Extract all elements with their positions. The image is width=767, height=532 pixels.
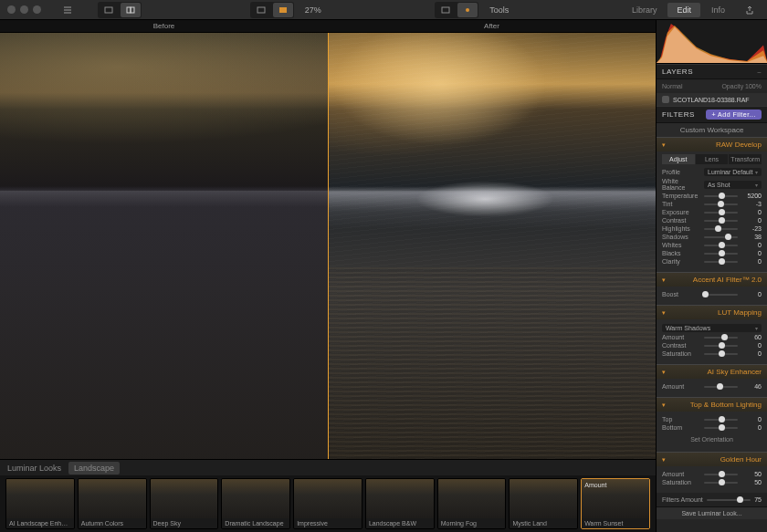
slider-amount[interactable] bbox=[704, 335, 738, 340]
mode-tabs: Library Edit Info bbox=[623, 3, 734, 17]
set-orientation-button[interactable]: Set Orientation bbox=[662, 433, 762, 446]
filter-sky-header[interactable]: AI Sky Enhancer bbox=[657, 364, 767, 379]
slider-contrast[interactable] bbox=[704, 218, 738, 224]
looks-title: Luminar Looks bbox=[7, 464, 61, 473]
slider-saturation[interactable] bbox=[704, 480, 738, 485]
main-area: Before After Luminar Looks Landscape AI … bbox=[0, 20, 767, 532]
blend-mode-dropdown[interactable]: Normal bbox=[662, 83, 683, 89]
viewer-column: Before After Luminar Looks Landscape AI … bbox=[0, 20, 656, 532]
slider-boost[interactable] bbox=[704, 292, 738, 297]
slider-contrast[interactable] bbox=[704, 343, 738, 349]
filter-sky-body: Amount46 bbox=[657, 379, 767, 397]
slider-amount[interactable] bbox=[704, 472, 738, 477]
slider-highlights[interactable] bbox=[704, 226, 738, 232]
compare-header: Before After bbox=[0, 20, 656, 33]
tab-library[interactable]: Library bbox=[623, 3, 667, 17]
look-thumb[interactable]: Mystic Land bbox=[509, 478, 578, 529]
slider-exposure[interactable] bbox=[704, 210, 738, 215]
filter-topbottom-header[interactable]: Top & Bottom Lighting bbox=[657, 397, 767, 412]
save-look-button[interactable]: Save Luminar Look... bbox=[657, 506, 767, 519]
filter-accent-header[interactable]: Accent AI Filter™ 2.0 bbox=[657, 272, 767, 287]
slider-top[interactable] bbox=[704, 417, 738, 422]
compare-view-icon[interactable] bbox=[121, 3, 141, 17]
filters-header[interactable]: FILTERS + Add Filter... bbox=[657, 106, 767, 123]
before-label: Before bbox=[0, 20, 328, 32]
add-filter-button[interactable]: + Add Filter... bbox=[706, 110, 762, 120]
compare-b-icon[interactable] bbox=[273, 3, 293, 17]
layers-header[interactable]: LAYERS – bbox=[657, 64, 767, 79]
filter-lut-body: Warm Shadows Amount60Contrast0Saturation… bbox=[657, 319, 767, 364]
slider-saturation[interactable] bbox=[704, 351, 738, 357]
look-thumb[interactable]: Impressive bbox=[293, 478, 362, 529]
svg-rect-5 bbox=[442, 7, 449, 13]
sun-icon[interactable] bbox=[457, 3, 478, 17]
filters-amount-slider[interactable] bbox=[707, 497, 751, 503]
compare-a-icon[interactable] bbox=[251, 3, 271, 17]
share-icon[interactable] bbox=[740, 3, 760, 17]
look-thumb[interactable]: Deep Sky bbox=[150, 478, 219, 529]
compare-divider[interactable] bbox=[328, 33, 329, 459]
after-image bbox=[328, 33, 656, 459]
filter-lut-header[interactable]: LUT Mapping bbox=[657, 305, 767, 319]
filter-raw-develop-body: Adjust Lens Transform ProfileLuminar Def… bbox=[657, 151, 767, 272]
svg-rect-2 bbox=[131, 7, 134, 13]
tools-dropdown[interactable]: Tools bbox=[484, 5, 514, 15]
look-thumb[interactable]: AI Landscape Enhancer bbox=[5, 478, 75, 529]
looks-strip: AI Landscape EnhancerAutumn ColorsDeep S… bbox=[0, 475, 656, 532]
slider-tint[interactable] bbox=[704, 202, 738, 207]
look-thumb[interactable]: Autumn Colors bbox=[78, 478, 147, 529]
svg-point-6 bbox=[466, 8, 469, 12]
slider-blacks[interactable] bbox=[704, 251, 738, 256]
filter-raw-develop-header[interactable]: RAW Develop bbox=[657, 137, 767, 151]
profile-dropdown[interactable]: Luminar Default bbox=[704, 168, 762, 176]
svg-rect-4 bbox=[279, 7, 287, 13]
top-toolbar: 27% Tools Library Edit Info bbox=[0, 0, 767, 20]
wb-dropdown[interactable]: As Shot bbox=[704, 181, 762, 189]
slider-temperature[interactable] bbox=[704, 193, 738, 199]
slider-whites[interactable] bbox=[704, 243, 738, 248]
layer-item[interactable]: SCOTLAND18-03388.RAF bbox=[657, 93, 767, 106]
slider-clarity[interactable] bbox=[704, 259, 738, 265]
filter-accent-body: Boost0 bbox=[657, 287, 767, 305]
svg-rect-1 bbox=[127, 7, 131, 13]
slider-shadows[interactable] bbox=[704, 235, 738, 240]
slider-bottom[interactable] bbox=[704, 425, 738, 431]
after-label: After bbox=[328, 20, 656, 32]
window-controls[interactable] bbox=[7, 5, 41, 14]
zoom-value[interactable]: 27% bbox=[299, 5, 327, 15]
filter-topbottom-body: Top0Bottom0 Set Orientation bbox=[657, 412, 767, 452]
image-canvas[interactable] bbox=[0, 33, 656, 459]
filter-golden-body: Amount50Saturation50 bbox=[657, 466, 767, 493]
view-mode-group bbox=[98, 2, 142, 18]
grid-icon[interactable] bbox=[436, 3, 456, 17]
looks-category-dropdown[interactable]: Landscape bbox=[68, 462, 120, 475]
svg-rect-0 bbox=[105, 7, 112, 13]
look-thumb[interactable]: Morning Fog bbox=[437, 478, 507, 529]
slider-amount[interactable] bbox=[704, 384, 738, 390]
histogram[interactable] bbox=[657, 20, 767, 64]
raw-tab-adjust[interactable]: Adjust bbox=[662, 154, 695, 164]
menu-icon[interactable] bbox=[58, 3, 78, 17]
filter-golden-header[interactable]: Golden Hour bbox=[657, 452, 767, 466]
looks-header-bar: Luminar Looks Landscape bbox=[0, 459, 656, 475]
compare-mode-group bbox=[250, 2, 294, 18]
tab-info[interactable]: Info bbox=[702, 3, 734, 17]
opacity-label: Opacity 100% bbox=[721, 83, 762, 89]
look-thumb[interactable]: Dramatic Landscape bbox=[221, 478, 290, 529]
filters-amount-row: Filters Amount 75 bbox=[657, 493, 767, 506]
look-thumb[interactable]: Landscape B&W bbox=[365, 478, 435, 529]
workspace-dropdown[interactable]: Custom Workspace bbox=[657, 123, 767, 137]
lut-dropdown[interactable]: Warm Shadows bbox=[662, 324, 762, 332]
look-thumb[interactable]: AmountWarm Sunset bbox=[581, 478, 650, 529]
raw-tab-lens[interactable]: Lens bbox=[696, 154, 729, 164]
tab-edit[interactable]: Edit bbox=[667, 3, 700, 17]
right-panel: LAYERS – Normal Opacity 100% SCOTLAND18-… bbox=[656, 20, 767, 532]
layer-name: SCOTLAND18-03388.RAF bbox=[673, 97, 750, 103]
svg-rect-3 bbox=[257, 7, 265, 13]
single-view-icon[interactable] bbox=[99, 3, 119, 17]
overlay-group bbox=[435, 2, 478, 18]
raw-tab-transform[interactable]: Transform bbox=[729, 154, 762, 164]
